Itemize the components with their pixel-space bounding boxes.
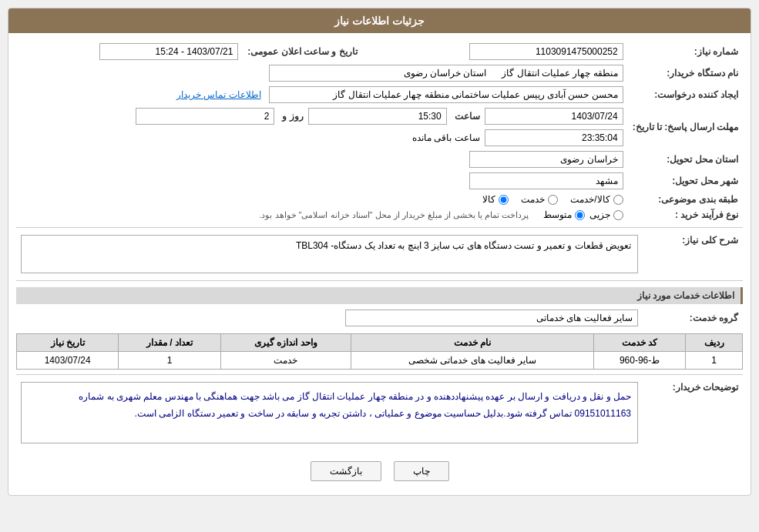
response-date-input: 1403/07/24 [485, 108, 623, 125]
buyer-desc-table: توضیحات خریدار: حمل و نقل و دریافت و ارس… [16, 380, 743, 446]
time-label: ساعت [455, 111, 480, 122]
divider-1 [16, 227, 743, 228]
col-name: نام خدمت [351, 334, 594, 352]
category-label: طبقه بندی موضوعی: [628, 192, 743, 207]
cell-row-1: 1 [686, 352, 743, 370]
col-unit: واحد اندازه گیری [220, 334, 351, 352]
table-row: 1 ط-96-960 سایر فعالیت های خدماتی شخصی خ… [17, 352, 743, 370]
col-qty: تعداد / مقدار [119, 334, 220, 352]
need-number-value: 1103091475000252 [378, 41, 628, 62]
info-table-top: شماره نیاز: 1103091475000252 تاریخ و ساع… [16, 41, 743, 223]
print-button[interactable]: چاپ [394, 461, 449, 481]
category-option-kala-khedmat[interactable]: کالا/خدمت [570, 194, 623, 205]
col-row: ردیف [686, 334, 743, 352]
bottom-buttons: چاپ بازگشت [16, 455, 743, 487]
page-title: جزئیات اطلاعات نیاز [8, 8, 751, 33]
service-group-label: گروه خدمت: [643, 307, 743, 329]
need-number-input: 1103091475000252 [469, 43, 623, 60]
col-code: کد خدمت [593, 334, 685, 352]
category-option-kala[interactable]: کالا [482, 194, 509, 205]
purchase-type-note: پرداخت تمام یا بخشی از مبلغ خریدار از مح… [259, 210, 529, 220]
service-group-value: سایر فعالیت های خدماتی [16, 307, 643, 329]
creator-value: محسن حسن آبادی رییس عملیات ساختمانی منطق… [16, 84, 628, 105]
purchase-type-motavasset[interactable]: متوسط [543, 209, 585, 220]
response-time-input: 15:30 [308, 108, 447, 125]
purchase-type-jozi[interactable]: جزیی [589, 209, 623, 220]
divider-2 [16, 280, 743, 281]
col-date: تاریخ نیاز [17, 334, 119, 352]
need-number-label: شماره نیاز: [628, 41, 743, 62]
purchase-type-label: نوع فرآیند خرید : [628, 207, 743, 223]
cell-unit-1: خدمت [220, 352, 351, 370]
back-button[interactable]: بازگشت [311, 461, 381, 481]
response-days-input: 2 [136, 108, 274, 125]
buyer-org-input: منطقه چهار عملیات انتقال گاز استان خراسا… [269, 65, 623, 82]
main-card: جزئیات اطلاعات نیاز شماره نیاز: 11030914… [8, 8, 751, 496]
need-desc-box: تعویض قطعات و تعمیر و تست دستگاه های تب … [21, 235, 638, 273]
buyer-desc-value: حمل و نقل و دریافت و ارسال بر عهده پیشنه… [16, 380, 643, 446]
creator-input: محسن حسن آبادی رییس عملیات ساختمانی منطق… [269, 86, 623, 103]
announce-date-label: تاریخ و ساعت اعلان عمومی: [243, 41, 361, 62]
delivery-province-value: خراسان رضوی [16, 149, 628, 170]
divider-3 [16, 374, 743, 375]
card-body: شماره نیاز: 1103091475000252 تاریخ و ساع… [8, 33, 751, 495]
delivery-city-value: مشهد [16, 170, 628, 192]
contact-info-link[interactable]: اطلاعات تماس خریدار [176, 89, 261, 100]
delivery-province-label: استان محل تحویل: [628, 149, 743, 170]
announce-date-input: 1403/07/21 - 15:24 [99, 43, 238, 60]
purchase-type-row: جزیی متوسط پرداخت تمام یا بخشی از مبلغ خ… [16, 207, 628, 223]
need-desc-label: شرح کلی نیاز: [643, 233, 743, 276]
cell-name-1: سایر فعالیت های خدماتی شخصی [351, 352, 594, 370]
buyer-org-value: منطقه چهار عملیات انتقال گاز استان خراسا… [16, 62, 628, 84]
response-deadline-label: مهلت ارسال پاسخ: تا تاریخ: [628, 105, 743, 149]
buyer-org-label: نام دستگاه خریدار: [628, 62, 743, 84]
category-option-khedmat[interactable]: خدمت [521, 194, 558, 205]
response-deadline-row: 1403/07/24 ساعت 15:30 روز و 2 23:35:04 س… [16, 105, 628, 149]
page-wrapper: جزئیات اطلاعات نیاز شماره نیاز: 11030914… [0, 0, 759, 532]
cell-code-1: ط-96-960 [593, 352, 685, 370]
remaining-label: ساعت باقی مانده [412, 132, 480, 143]
creator-label: ایجاد کننده درخواست: [628, 84, 743, 105]
cell-date-1: 1403/07/24 [17, 352, 119, 370]
remaining-time-input: 23:35:04 [485, 129, 623, 146]
services-section-title: اطلاعات خدمات مورد نیاز [16, 287, 743, 304]
buyer-desc-box: حمل و نقل و دریافت و ارسال بر عهده پیشنه… [21, 382, 638, 443]
days-label: روز و [282, 111, 303, 122]
service-group-table: گروه خدمت: سایر فعالیت های خدماتی [16, 307, 743, 329]
cell-qty-1: 1 [119, 352, 220, 370]
announce-date-value: 1403/07/21 - 15:24 [16, 41, 243, 62]
buyer-desc-label: توضیحات خریدار: [643, 380, 743, 446]
delivery-province-input: خراسان رضوی [469, 151, 623, 168]
need-desc-value: تعویض قطعات و تعمیر و تست دستگاه های تب … [16, 233, 643, 276]
service-table: ردیف کد خدمت نام خدمت واحد اندازه گیری ت… [16, 333, 743, 370]
service-group-input: سایر فعالیت های خدماتی [345, 309, 638, 326]
need-desc-table: شرح کلی نیاز: تعویض قطعات و تعمیر و تست … [16, 233, 743, 276]
delivery-city-label: شهر محل تحویل: [628, 170, 743, 192]
category-radio-group: کالا/خدمت خدمت کالا [16, 192, 628, 207]
delivery-city-input: مشهد [469, 172, 623, 189]
